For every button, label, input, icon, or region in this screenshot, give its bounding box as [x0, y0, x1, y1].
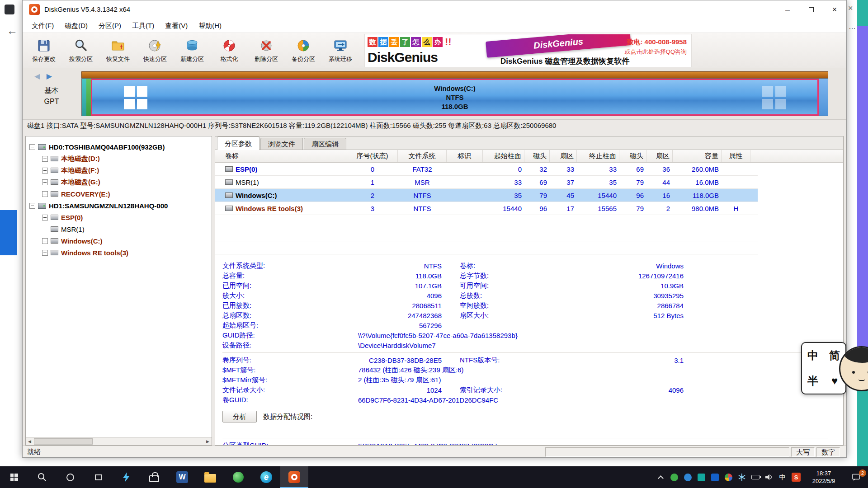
save-changes-button[interactable]: 保存更改: [25, 34, 62, 67]
disk-span-strip[interactable]: [81, 71, 828, 78]
collapse-icon[interactable]: [29, 144, 35, 150]
taskbar-app-store[interactable]: [140, 466, 168, 488]
tree-item-esp[interactable]: ESP(0): [26, 211, 212, 223]
maximize-button[interactable]: [799, 0, 823, 19]
title-bar[interactable]: DiskGenius V5.4.3.1342 x64 – ×: [23, 0, 846, 19]
horizontal-scrollbar[interactable]: [26, 437, 212, 445]
format-button[interactable]: 格式化: [211, 34, 248, 67]
volume-icon[interactable]: [762, 466, 776, 488]
taskbar-app-explorer[interactable]: [196, 466, 224, 488]
table-row-windows-c-selected[interactable]: Windows(C:) 2 NTFS 35 79 45 15440 96 16 …: [215, 189, 758, 202]
analyze-button[interactable]: 分析: [222, 411, 257, 422]
tray-icon-pinwheel[interactable]: [722, 466, 735, 488]
action-center-button[interactable]: 2: [844, 466, 868, 488]
expand-icon[interactable]: [42, 215, 48, 221]
hidden-icons-chevron[interactable]: [654, 466, 667, 488]
tree-item-local-f[interactable]: 本地磁盘(F:): [26, 164, 212, 176]
tray-icon-snowflake[interactable]: [735, 466, 749, 488]
ime-heart-icon[interactable]: ♥: [831, 375, 838, 387]
word-icon: W: [176, 471, 188, 483]
start-button[interactable]: [0, 466, 28, 488]
expand-icon[interactable]: [42, 156, 48, 162]
ime-halfwidth-toggle[interactable]: 半: [807, 374, 818, 388]
prev-disk-arrow[interactable]: ◀: [34, 72, 40, 80]
sogou-tray-icon[interactable]: S: [789, 466, 803, 488]
next-disk-arrow[interactable]: ▶: [47, 72, 52, 80]
tray-icon-blue[interactable]: [681, 466, 694, 488]
disk-info-line: 磁盘1 接口:SATA 型号:SAMSUNGMZNLN128HAHQ-000H1…: [27, 122, 556, 130]
ime-lang-toggle[interactable]: 中: [807, 348, 818, 363]
expand-icon[interactable]: [42, 179, 48, 185]
menu-disk[interactable]: 磁盘(D): [59, 19, 93, 33]
partition-block-re-tools[interactable]: [819, 79, 828, 116]
minimize-button[interactable]: –: [776, 0, 799, 19]
menu-tools[interactable]: 工具(T): [127, 19, 160, 33]
diskgenius-icon: [288, 471, 300, 483]
save-icon: [36, 38, 52, 53]
ad-banner[interactable]: 数 据 丢 了 怎 么 办 !! DiskGenius DiskGenius D…: [364, 34, 692, 67]
disk-icon: [38, 144, 46, 150]
backup-partition-button[interactable]: 备份分区: [285, 34, 322, 67]
tree-item-windows-re[interactable]: Windows RE tools(3): [26, 247, 212, 258]
scrollbar-thumb[interactable]: [34, 438, 93, 445]
table-row-msr[interactable]: MSR(1) 1 MSR 33 69 37 35 79 44 16.0MB: [215, 176, 758, 189]
table-row-esp[interactable]: ESP(0) 0 FAT32 0 32 33 33 69 36 260.0MB: [215, 163, 758, 176]
back-arrow-icon[interactable]: ←: [7, 24, 18, 37]
tree-item-local-g[interactable]: 本地磁盘(G:): [26, 176, 212, 188]
ime-simplified-toggle[interactable]: 简: [829, 348, 840, 363]
taskbar-app-browser-green[interactable]: [224, 466, 252, 488]
collapse-icon[interactable]: [29, 203, 35, 209]
ad-char: 数: [368, 37, 377, 47]
scroll-left-arrow[interactable]: [26, 438, 33, 445]
menu-partition[interactable]: 分区(P): [93, 19, 127, 33]
delete-partition-button[interactable]: 删除分区: [248, 34, 285, 67]
tree-item-hd0[interactable]: HD0:TOSHIBAMQ04ABF100(932GB): [26, 141, 212, 153]
tray-icon-qq[interactable]: [708, 466, 722, 488]
menu-help[interactable]: 帮助(H): [193, 19, 227, 33]
tab-partition-params[interactable]: 分区参数: [217, 136, 259, 150]
task-view-button[interactable]: [84, 466, 112, 488]
expand-icon[interactable]: [42, 168, 48, 174]
partition-block-windows-c[interactable]: Windows(C:) NTFS 118.0GB: [91, 79, 819, 116]
system-migration-button[interactable]: 系统迁移: [322, 34, 359, 67]
tray-icon-green[interactable]: [667, 466, 681, 488]
battery-icon[interactable]: [749, 466, 762, 488]
expand-icon[interactable]: [42, 250, 48, 256]
search-partition-button[interactable]: 搜索分区: [62, 34, 99, 67]
cortana-button[interactable]: [56, 466, 84, 488]
recover-files-button[interactable]: 恢复文件: [99, 34, 137, 67]
new-partition-button[interactable]: 新建分区: [174, 34, 211, 67]
taskbar-search-button[interactable]: [28, 466, 56, 488]
background-close-icon[interactable]: ×: [848, 4, 853, 13]
tab-sector-editor[interactable]: 扇区编辑: [304, 138, 346, 150]
ad-qq-link[interactable]: 或点击此处选择QQ咨询: [625, 48, 687, 56]
tray-icon-teal[interactable]: [694, 466, 708, 488]
tree-item-recovery-e[interactable]: RECOVERY(E:): [26, 188, 212, 200]
taskbar-app-word[interactable]: W: [168, 466, 196, 488]
taskbar-clock[interactable]: 18:37 2022/5/9: [803, 469, 844, 485]
menu-file[interactable]: 文件(F): [26, 19, 59, 33]
close-button[interactable]: ×: [823, 0, 846, 19]
taskbar-app-diskgenius[interactable]: [280, 466, 308, 488]
ime-language-indicator[interactable]: 中: [776, 466, 789, 488]
menu-view[interactable]: 查看(V): [160, 19, 193, 33]
expand-icon[interactable]: [42, 238, 48, 244]
table-row-windows-re[interactable]: Windows RE tools(3) 3 NTFS 15440 96 17 1…: [215, 202, 758, 215]
partition-block-esp[interactable]: [82, 79, 86, 116]
tree-item-hd1[interactable]: HD1:SAMSUNGMZNLN128HAHQ-000: [26, 200, 212, 211]
partition-block-msr[interactable]: [86, 79, 91, 116]
speaker-icon: [764, 473, 774, 481]
partition-detail-panel: 分区参数 浏览文件 扇区编辑 卷标 序号(状态) 文件系统 标识 起始柱面 磁头…: [215, 136, 844, 446]
taskbar-app-spark[interactable]: [112, 466, 140, 488]
tree-item-msr[interactable]: MSR(1): [26, 223, 212, 235]
tree-item-local-d[interactable]: 本地磁盘(D:): [26, 153, 212, 164]
expand-icon[interactable]: [42, 191, 48, 197]
background-more-icon[interactable]: …: [849, 23, 856, 31]
tree-item-windows-c[interactable]: Windows(C:): [26, 235, 212, 247]
scroll-right-arrow[interactable]: [204, 438, 212, 445]
taskbar-app-edge[interactable]: e: [252, 466, 280, 488]
detail-row: 已用簇数:28068511 空闲簇数:2866784: [222, 300, 833, 310]
quick-partition-button[interactable]: 快速分区: [137, 34, 174, 67]
caps-lock-indicator: 大写: [791, 447, 815, 457]
tab-browse-files[interactable]: 浏览文件: [260, 138, 303, 150]
